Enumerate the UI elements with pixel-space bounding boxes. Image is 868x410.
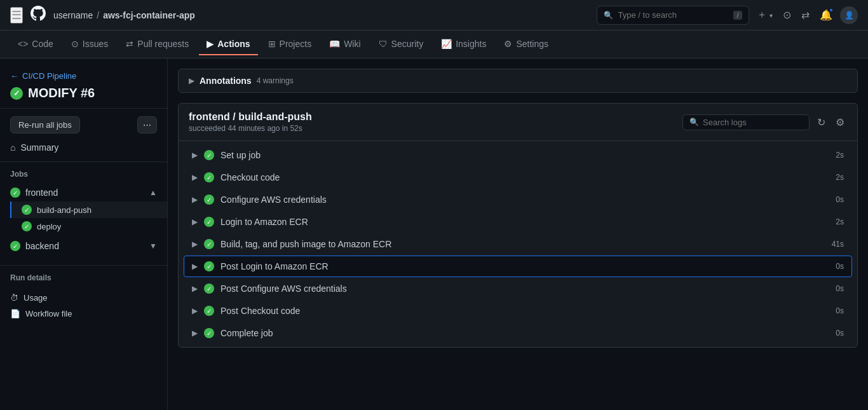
issues-icon-button[interactable]: ⊙	[780, 6, 794, 24]
global-search[interactable]: 🔍 /	[597, 6, 749, 25]
job-detail-header-right: 🔍 ↻ ⚙	[682, 114, 847, 131]
job-group-frontend: ✓ frontend ▲ ✓ build-and-push ✓ deploy	[0, 184, 167, 235]
step-row-checkout-code[interactable]: ▶ ✓ Checkout code 2s	[184, 167, 852, 188]
step-row-configure-aws[interactable]: ▶ ✓ Configure AWS credentials 0s	[184, 189, 852, 210]
kbd-hint: /	[733, 11, 742, 20]
step-chevron-icon: ▶	[192, 195, 198, 204]
backend-success-icon: ✓	[10, 241, 20, 251]
sidebar-item-summary[interactable]: ⌂ Summary	[0, 139, 167, 156]
usage-icon: ⏱	[10, 293, 18, 303]
step-row-login-ecr[interactable]: ▶ ✓ Login to Amazon ECR 2s	[184, 211, 852, 233]
step-row-set-up-job[interactable]: ▶ ✓ Set up job 2s	[184, 144, 852, 166]
repo-name[interactable]: aws-fcj-container-app	[103, 10, 195, 20]
tab-issues[interactable]: ⊙ Issues	[64, 34, 116, 55]
search-logs-input[interactable]	[703, 118, 803, 127]
step-row-post-login-ecr[interactable]: ▶ ✓ Post Login to Amazon ECR 0s	[184, 256, 852, 277]
frontend-chevron-icon: ▲	[149, 188, 157, 197]
search-icon: 🔍	[604, 11, 613, 20]
code-icon: <>	[18, 39, 28, 49]
tab-projects[interactable]: ⊞ Projects	[261, 34, 320, 55]
repo-tabs: <> Code ⊙ Issues ⇄ Pull requests ▶ Actio…	[0, 31, 868, 58]
tab-pull-requests[interactable]: ⇄ Pull requests	[118, 34, 196, 55]
step-success-icon: ✓	[204, 306, 214, 316]
back-to-workflow[interactable]: ← CI/CD Pipeline	[10, 71, 157, 81]
refresh-button[interactable]: ↻	[815, 114, 828, 131]
tab-actions[interactable]: ▶ Actions	[199, 34, 257, 55]
job-time: succeeded 44 minutes ago in 52s	[189, 124, 312, 133]
top-nav-right: 🔍 / ＋ ▾ ⊙ ⇄ 🔔 👤	[597, 6, 858, 25]
tab-code[interactable]: <> Code	[10, 34, 61, 55]
job-detail-panel: frontend / build-and-push succeeded 44 m…	[178, 103, 858, 348]
step-list: ▶ ✓ Set up job 2s ▶ ✓ Checkout code 2s	[179, 141, 857, 347]
build-push-success-icon: ✓	[22, 205, 32, 215]
sidebar-divider-3	[0, 265, 167, 266]
step-build-and-push[interactable]: ✓ build-and-push	[10, 202, 167, 218]
run-details-usage[interactable]: ⏱ Usage	[0, 290, 167, 306]
job-group-backend: ✓ backend ▼	[0, 237, 167, 255]
step-chevron-icon: ▶	[192, 240, 198, 249]
sidebar-divider-2	[0, 161, 167, 162]
step-chevron-icon: ▶	[192, 151, 198, 160]
top-nav: ☰ username / aws-fcj-container-app 🔍 / ＋…	[0, 0, 868, 31]
step-chevron-icon: ▶	[192, 173, 198, 182]
settings-button[interactable]: ⚙	[833, 114, 847, 131]
step-deploy[interactable]: ✓ deploy	[10, 218, 167, 235]
step-row-post-checkout-code[interactable]: ▶ ✓ Post Checkout code 0s	[184, 300, 852, 322]
insights-icon: 📈	[441, 39, 452, 49]
step-success-icon: ✓	[204, 284, 214, 294]
annotations-subtitle: 4 warnings	[257, 76, 294, 85]
main-layout: ← CI/CD Pipeline ✓ MODIFY #6 Re-run all …	[0, 58, 868, 410]
wiki-icon: 📖	[329, 39, 340, 49]
notification-dot	[829, 8, 834, 13]
search-input[interactable]	[618, 10, 729, 20]
pull-requests-icon-button[interactable]: ⇄	[799, 6, 812, 24]
run-details-workflow-file[interactable]: 📄 Workflow file	[0, 306, 167, 322]
hamburger-menu[interactable]: ☰	[10, 7, 23, 24]
tab-insights[interactable]: 📈 Insights	[433, 34, 494, 55]
annotations-chevron-icon: ▶	[189, 76, 194, 85]
step-row-complete-job[interactable]: ▶ ✓ Complete job 0s	[184, 322, 852, 344]
notifications-button[interactable]: 🔔	[817, 6, 835, 24]
step-chevron-icon: ▶	[192, 306, 198, 315]
repo-path: username / aws-fcj-container-app	[53, 10, 195, 20]
job-detail-header-left: frontend / build-and-push succeeded 44 m…	[189, 111, 312, 133]
more-actions-button[interactable]: ⋯	[137, 116, 157, 133]
step-success-icon: ✓	[204, 150, 214, 160]
jobs-section-label: Jobs	[0, 167, 167, 181]
tab-security[interactable]: 🛡 Security	[371, 34, 431, 55]
tab-wiki[interactable]: 📖 Wiki	[322, 34, 368, 55]
job-path: frontend / build-and-push	[189, 111, 312, 123]
rerun-all-jobs-button[interactable]: Re-run all jobs	[10, 116, 80, 133]
step-chevron-icon: ▶	[192, 284, 198, 293]
search-logs-icon: 🔍	[689, 118, 699, 126]
step-success-icon: ✓	[204, 195, 214, 205]
create-new-button[interactable]: ＋ ▾	[754, 6, 775, 24]
step-row-post-configure-aws[interactable]: ▶ ✓ Post Configure AWS credentials 0s	[184, 278, 852, 299]
step-chevron-icon: ▶	[192, 329, 198, 338]
sidebar-divider-1	[0, 108, 167, 109]
job-header-frontend[interactable]: ✓ frontend ▲	[0, 184, 167, 202]
tab-settings[interactable]: ⚙ Settings	[496, 34, 556, 55]
actions-icon: ▶	[207, 39, 214, 49]
search-logs-box[interactable]: 🔍	[682, 114, 810, 130]
avatar[interactable]: 👤	[840, 6, 858, 24]
job-detail-header: frontend / build-and-push succeeded 44 m…	[179, 104, 857, 141]
step-row-build-push[interactable]: ▶ ✓ Build, tag, and push image to Amazon…	[184, 233, 852, 255]
job-header-backend[interactable]: ✓ backend ▼	[0, 237, 167, 255]
pull-requests-icon: ⇄	[126, 39, 133, 49]
step-success-icon: ✓	[204, 261, 214, 271]
backend-chevron-icon: ▼	[149, 242, 157, 250]
workflow-file-icon: 📄	[10, 309, 20, 318]
annotations-panel: ▶ Annotations 4 warnings	[178, 69, 858, 93]
issues-icon: ⊙	[71, 39, 79, 49]
repo-owner[interactable]: username	[53, 10, 93, 20]
security-icon: 🛡	[379, 39, 388, 49]
annotations-header[interactable]: ▶ Annotations 4 warnings	[179, 69, 857, 92]
run-details-section: ⏱ Usage 📄 Workflow file	[0, 290, 167, 322]
run-details-label: Run details	[0, 271, 167, 285]
frontend-success-icon: ✓	[10, 188, 20, 198]
run-title: ✓ MODIFY #6	[10, 86, 157, 100]
jobs-section: ✓ frontend ▲ ✓ build-and-push ✓ deploy	[0, 181, 167, 260]
step-success-icon: ✓	[204, 239, 214, 249]
sidebar: ← CI/CD Pipeline ✓ MODIFY #6 Re-run all …	[0, 58, 168, 410]
